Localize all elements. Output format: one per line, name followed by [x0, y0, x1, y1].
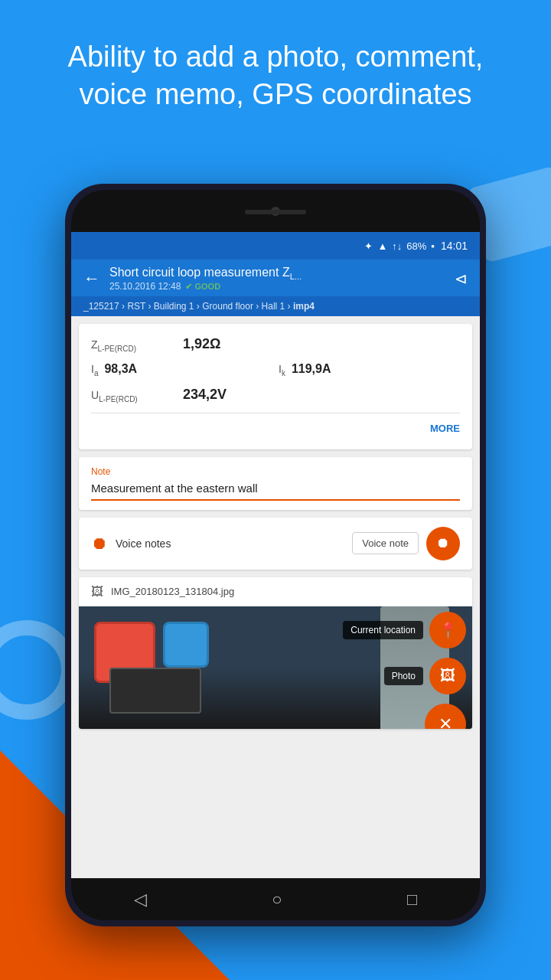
battery-label: 68%	[406, 240, 426, 252]
z-value: 1,92Ω	[183, 336, 220, 352]
photo-tooltip: Photo	[384, 667, 423, 685]
fab-container: Current location 📍 Photo 🖼	[343, 612, 466, 729]
ik-cell: Ik 119,9A	[279, 362, 460, 377]
phone-inner: ✦ ▲ ↑↓ 68% ▪ 14:01 ← Short circuit loop …	[71, 190, 480, 920]
back-button[interactable]: ←	[83, 269, 100, 289]
voice-note-button[interactable]: Voice note	[352, 532, 419, 554]
voice-record-button[interactable]: ⏺	[426, 527, 460, 560]
location-fab-button[interactable]: 📍	[429, 612, 466, 648]
app-bar-title: Short circuit loop measurement ZL...	[109, 266, 445, 281]
screen: ✦ ▲ ↑↓ 68% ▪ 14:01 ← Short circuit loop …	[71, 232, 480, 878]
share-button[interactable]: ⊲	[455, 270, 468, 288]
nav-recent-button[interactable]: □	[407, 890, 417, 910]
nav-home-button[interactable]: ○	[272, 890, 282, 910]
status-bar: ✦ ▲ ↑↓ 68% ▪ 14:01	[71, 232, 480, 260]
u-label: UL-PE(RCD)	[91, 389, 183, 403]
status-time: 14:01	[441, 240, 468, 252]
note-text[interactable]: Measurement at the eastern wall	[91, 482, 460, 501]
location-icon: 📍	[439, 621, 458, 639]
photo-section: 🖼 IMG_20180123_131804.jpg Current locat	[79, 577, 472, 729]
meter-decoration	[109, 668, 201, 714]
phone-speaker	[245, 210, 306, 214]
close-icon: ✕	[439, 714, 452, 729]
app-bar-subtitle: 25.10.2016 12:48 ✔ GOOD	[109, 281, 445, 292]
photo-filename: IMG_20180123_131804.jpg	[111, 586, 234, 597]
app-bar-title-area: Short circuit loop measurement ZL... 25.…	[109, 266, 445, 292]
status-icons: ✦ ▲ ↑↓ 68% ▪	[364, 240, 435, 252]
close-fab-button[interactable]: ✕	[425, 704, 466, 729]
app-bar: ← Short circuit loop measurement ZL... 2…	[71, 260, 480, 296]
voice-record-icon: ⏺	[436, 535, 450, 551]
photo-header: 🖼 IMG_20180123_131804.jpg	[79, 577, 472, 606]
ik-value: 119,9A	[292, 362, 331, 376]
voice-icon: ⏺	[91, 534, 108, 554]
bluetooth-icon: ✦	[364, 240, 373, 252]
measurement-card: ZL-PE(RCD) 1,92Ω Ia 98,3A Ik 119,9A	[79, 324, 472, 449]
socket-decoration-2	[163, 622, 209, 668]
note-label: Note	[91, 466, 460, 477]
good-badge: ✔ GOOD	[185, 282, 220, 292]
content-area[interactable]: ZL-PE(RCD) 1,92Ω Ia 98,3A Ik 119,9A	[71, 316, 480, 863]
wifi-icon: ▲	[377, 240, 387, 252]
voice-section: ⏺ Voice notes Voice note ⏺	[79, 518, 472, 570]
ia-label: Ia	[91, 363, 98, 377]
battery-icon: ▪	[431, 240, 435, 252]
hero-title: Ability to add a photo, comment, voice m…	[46, 38, 505, 114]
photo-icon: 🖼	[440, 667, 455, 684]
current-location-tooltip: Current location	[343, 621, 423, 639]
location-fab-row: Current location 📍	[343, 612, 466, 648]
z-label: ZL-PE(RCD)	[91, 338, 183, 353]
card-divider	[91, 413, 460, 413]
bottom-nav: ◁ ○ □	[71, 878, 480, 920]
more-button[interactable]: MORE	[91, 420, 460, 437]
ia-ik-row: Ia 98,3A Ik 119,9A	[91, 362, 460, 377]
ia-value: 98,3A	[104, 362, 137, 376]
ik-label: Ik	[279, 363, 285, 377]
breadcrumb: _125217 › RST › Building 1 › Ground floo…	[71, 296, 480, 316]
nav-back-button[interactable]: ◁	[134, 890, 147, 910]
ia-cell: Ia 98,3A	[91, 362, 272, 377]
signal-icon: ↑↓	[392, 240, 402, 252]
z-measurement-row: ZL-PE(RCD) 1,92Ω	[91, 336, 460, 353]
phone-frame: ✦ ▲ ↑↓ 68% ▪ 14:01 ← Short circuit loop …	[65, 184, 486, 926]
voice-label: Voice notes	[116, 537, 344, 550]
hero-section: Ability to add a photo, comment, voice m…	[0, 38, 551, 114]
photo-fab-row: Photo 🖼	[384, 658, 466, 694]
u-value: 234,2V	[183, 387, 227, 403]
photo-fab-button[interactable]: 🖼	[429, 658, 466, 694]
image-icon: 🖼	[91, 585, 103, 599]
u-measurement-row: UL-PE(RCD) 234,2V	[91, 387, 460, 403]
note-section: Note Measurement at the eastern wall	[79, 457, 472, 510]
